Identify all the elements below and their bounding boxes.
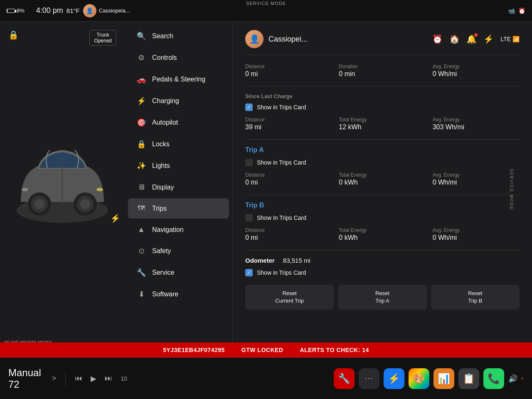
ta-avg-energy: Avg. Energy 0 Wh/mi <box>433 172 520 186</box>
app-card[interactable]: 📋 <box>458 368 479 389</box>
menu-item-display[interactable]: 🖥 Display <box>128 177 229 197</box>
tb-avg-energy-label: Avg. Energy <box>433 227 520 233</box>
trip-b-row[interactable]: Show In Trips Card <box>245 214 520 222</box>
bt-header-icon[interactable]: ⚡ <box>483 34 494 44</box>
app-more[interactable]: ··· <box>359 368 379 389</box>
alarm-icon: ⏰ <box>518 7 525 14</box>
status-left: 8% 4:00 pm 81°F 👤 Cassiopeia... <box>7 4 130 17</box>
slc-distance-label: Distance <box>245 117 332 123</box>
odometer-checkbox[interactable]: ✓ <box>245 269 253 276</box>
reset-buttons: ResetCurrent Trip ResetTrip A ResetTrip … <box>245 285 520 310</box>
battery-indicator: 8% <box>7 7 25 14</box>
status-time: 4:00 pm <box>36 6 63 15</box>
menu-item-trips[interactable]: 🗺 Trips <box>128 198 229 219</box>
navigation-icon: ▲ <box>136 225 146 234</box>
ta-avg-energy-value: 0 Wh/mi <box>433 179 520 186</box>
trip-a-checkbox[interactable] <box>245 159 253 166</box>
menu-item-autopilot[interactable]: 🎯 Autopilot <box>128 112 229 133</box>
notification-dot <box>474 33 478 37</box>
distance-label: Distance <box>245 64 332 69</box>
menu-item-lights[interactable]: ✨ Lights <box>128 155 229 176</box>
status-temp: 81°F <box>66 7 80 14</box>
lights-icon: ✨ <box>136 161 146 170</box>
odometer-trips-row[interactable]: ✓ Show in Trips Card <box>245 269 520 276</box>
menu-label-lights: Lights <box>152 162 170 170</box>
menu-label-display: Display <box>152 184 174 191</box>
user-profile-row: 👤 Cassiopei... ⏰ 🏠 🔔 ⚡ LTE 📶 <box>245 30 520 55</box>
taskbar-chevron[interactable]: > <box>49 372 59 385</box>
taskbar-temp-value: 72 <box>8 379 41 390</box>
service-bottom-bar: 5YJ3E1EB4JF074295 GTW LOCKED ALERTS TO C… <box>0 342 532 357</box>
since-last-charge-checkbox[interactable]: ✓ <box>245 103 253 111</box>
tb-distance-value: 0 mi <box>245 234 332 241</box>
distance-value: 0 mi <box>245 70 332 78</box>
app-multi[interactable]: 🎨 <box>409 368 429 389</box>
trip-a-row[interactable]: Show in Trips Card <box>245 159 520 166</box>
next-track-button[interactable]: ⏭ <box>102 372 115 385</box>
lock-icon: 🔒 <box>8 30 19 40</box>
since-last-charge-row[interactable]: ✓ Show in Trips Card <box>245 103 520 111</box>
tb-avg-energy: Avg. Energy 0 Wh/mi <box>433 227 520 241</box>
alarm-header-icon[interactable]: ⏰ <box>432 34 443 44</box>
svg-point-7 <box>80 199 90 209</box>
current-trip-stats: Distance 0 mi Duration 0 min Avg. Energy… <box>245 64 520 78</box>
menu-label-locks: Locks <box>152 140 170 148</box>
car-view: Trunk Opened 🔒 <box>0 22 125 357</box>
reset-trip-a-button[interactable]: ResetTrip A <box>338 285 426 310</box>
ta-distance-label: Distance <box>245 172 332 178</box>
menu-item-navigation[interactable]: ▲ Navigation <box>128 219 229 240</box>
slc-avg-energy: Avg. Energy 303 Wh/mi <box>433 117 520 131</box>
trip-a-checkbox-label: Show in Trips Card <box>257 159 306 166</box>
volume-icon[interactable]: 🔊 <box>508 374 517 383</box>
reset-current-trip-button[interactable]: ResetCurrent Trip <box>245 285 334 310</box>
play-button[interactable]: ▶ <box>88 372 99 386</box>
header-icons: ⏰ 🏠 🔔 ⚡ LTE 📶 <box>432 34 520 44</box>
app-bars[interactable]: 📊 <box>433 368 454 389</box>
ten-button[interactable]: 10 <box>118 373 130 384</box>
signal-header-icon: LTE 📶 <box>500 36 520 42</box>
menu-sidebar: 🔍 Search ⚙ Controls 🚗 Pedals & Steering … <box>125 22 233 357</box>
app-phone[interactable]: 📞 <box>483 368 504 389</box>
duration-label: Duration <box>339 64 426 69</box>
display-icon: 🖥 <box>136 183 146 192</box>
menu-item-charging[interactable]: ⚡ Charging <box>128 91 229 111</box>
trunk-label: Trunk <box>97 32 109 38</box>
since-last-charge-title: Since Last Charge <box>245 93 520 99</box>
menu-item-controls[interactable]: ⚙ Controls <box>128 47 229 68</box>
menu-item-safety[interactable]: ⊙ Safety <box>128 241 229 261</box>
car-image <box>8 127 116 252</box>
since-last-charge-stats: Distance 39 mi Total Energy 12 kWh Avg. … <box>245 117 520 131</box>
menu-item-pedals[interactable]: 🚗 Pedals & Steering <box>128 69 229 90</box>
status-right: 📹 ⏰ <box>508 7 525 14</box>
battery-bar <box>7 9 15 13</box>
search-icon: 🔍 <box>136 32 146 41</box>
reset-trip-b-button[interactable]: ResetTrip B <box>431 285 520 310</box>
status-user: 👤 Cassiopeia... <box>83 4 130 17</box>
home-header-icon[interactable]: 🏠 <box>449 34 460 44</box>
status-username: Cassiopeia... <box>99 7 130 14</box>
menu-item-locks[interactable]: 🔒 Locks <box>128 134 229 155</box>
service-mode-label: SERVICE MODE <box>246 1 286 6</box>
bell-header-icon[interactable]: 🔔 <box>466 34 477 44</box>
menu-label-service: Service <box>152 269 174 276</box>
prev-track-button[interactable]: ⏮ <box>72 372 85 385</box>
divider-3 <box>245 195 520 195</box>
slc-distance: Distance 39 mi <box>245 117 332 131</box>
trips-icon: 🗺 <box>136 204 146 213</box>
app-tools[interactable]: 🔧 <box>334 368 355 389</box>
taskbar-apps: 🔧 ··· ⚡ 🎨 📊 📋 📞 🔊 × <box>334 368 524 389</box>
menu-item-software[interactable]: ⬇ Software <box>128 284 229 305</box>
user-name: Cassiopei... <box>268 35 308 44</box>
menu-item-service[interactable]: 🔧 Service <box>128 262 229 283</box>
trip-b-title: Trip B <box>245 202 520 209</box>
menu-label-software: Software <box>152 291 178 298</box>
camera-icon: 📹 <box>508 7 515 14</box>
trip-b-checkbox[interactable] <box>245 214 253 222</box>
app-bluetooth[interactable]: ⚡ <box>384 368 404 389</box>
battery-percent: 8% <box>17 7 25 14</box>
divider-2 <box>245 139 520 140</box>
autopilot-icon: 🎯 <box>136 118 146 127</box>
stat-distance: Distance 0 mi <box>245 64 332 78</box>
menu-item-search[interactable]: 🔍 Search <box>128 26 229 47</box>
service-side-label: SERVICE MODE <box>509 169 513 211</box>
